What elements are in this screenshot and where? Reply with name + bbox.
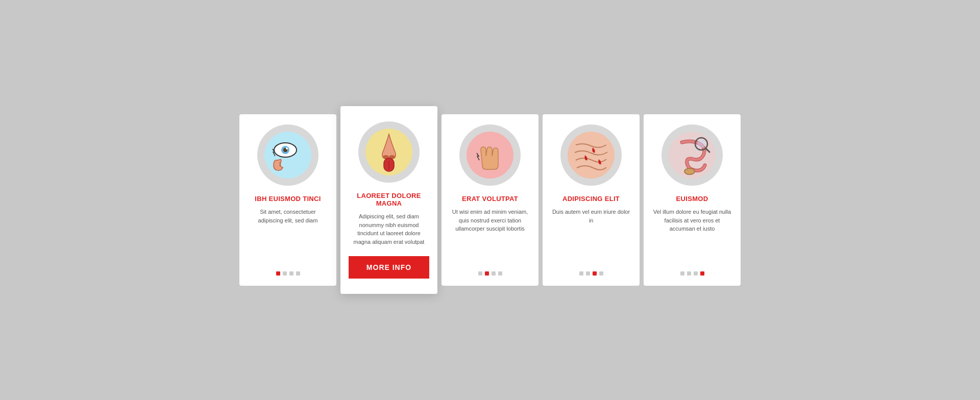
card-5: EUISMOD Vel illum dolore eu feugiat null… xyxy=(644,114,741,286)
card-1-title: IBH EUISMOD TINCI xyxy=(255,195,321,203)
dot xyxy=(700,271,704,276)
card-1-text: Sit amet, consectetuer adipiscing elit, … xyxy=(248,208,328,262)
card-3-text: Ut wisi enim ad minim veniam, quis nostr… xyxy=(450,208,530,262)
more-info-button[interactable]: MORE INFO xyxy=(349,256,429,279)
eye-ear-icon xyxy=(262,130,313,181)
card-3-title: ERAT VOLUTPAT xyxy=(462,195,518,203)
dot xyxy=(599,271,603,276)
dot xyxy=(680,271,684,276)
icon-circle-2 xyxy=(358,121,420,183)
icon-circle-4 xyxy=(560,124,622,186)
dot xyxy=(498,271,502,276)
card-5-title: EUISMOD xyxy=(676,195,708,203)
dot xyxy=(593,271,597,276)
card-2-title: LAOREET DOLORE MAGNA xyxy=(349,192,429,207)
dot xyxy=(289,271,293,276)
cards-container: IBH EUISMOD TINCI Sit amet, consectetuer… xyxy=(239,114,741,286)
svg-point-14 xyxy=(697,140,705,148)
hands-icon xyxy=(464,130,516,181)
svg-point-16 xyxy=(684,168,695,174)
card-4-dots xyxy=(579,271,603,276)
card-2-text: Adipiscing elit, sed diam nonummy nibh e… xyxy=(349,212,429,246)
svg-point-11 xyxy=(568,132,615,179)
dot xyxy=(586,271,590,276)
card-2: LAOREET DOLORE MAGNA Adipiscing elit, se… xyxy=(340,106,437,294)
dot xyxy=(296,271,300,276)
dot xyxy=(694,271,698,276)
card-1: IBH EUISMOD TINCI Sit amet, consectetuer… xyxy=(239,114,336,286)
card-4-title: ADIPISCING ELIT xyxy=(562,195,620,203)
dot xyxy=(276,271,280,276)
icon-circle-1 xyxy=(257,124,318,186)
svg-point-4 xyxy=(286,147,288,149)
dot xyxy=(283,271,287,276)
card-4-text: Duis autem vel eum iriure dolor in xyxy=(551,208,631,262)
dot xyxy=(579,271,583,276)
icon-circle-3 xyxy=(459,124,521,186)
card-3: ERAT VOLUTPAT Ut wisi enim ad minim veni… xyxy=(442,114,538,286)
dot xyxy=(485,271,489,276)
dot xyxy=(492,271,496,276)
card-5-text: Vel illum dolore eu feugiat nulla facili… xyxy=(652,208,732,262)
dot xyxy=(687,271,691,276)
card-3-dots xyxy=(478,271,502,276)
icon-circle-5 xyxy=(662,124,723,186)
card-5-dots xyxy=(680,271,704,276)
dot xyxy=(478,271,482,276)
intestine-icon xyxy=(667,130,718,181)
tongue-nose-icon xyxy=(363,127,414,178)
skin-icon xyxy=(566,130,617,181)
card-4: ADIPISCING ELIT Duis autem vel eum iriur… xyxy=(543,114,640,286)
card-1-dots xyxy=(276,271,300,276)
